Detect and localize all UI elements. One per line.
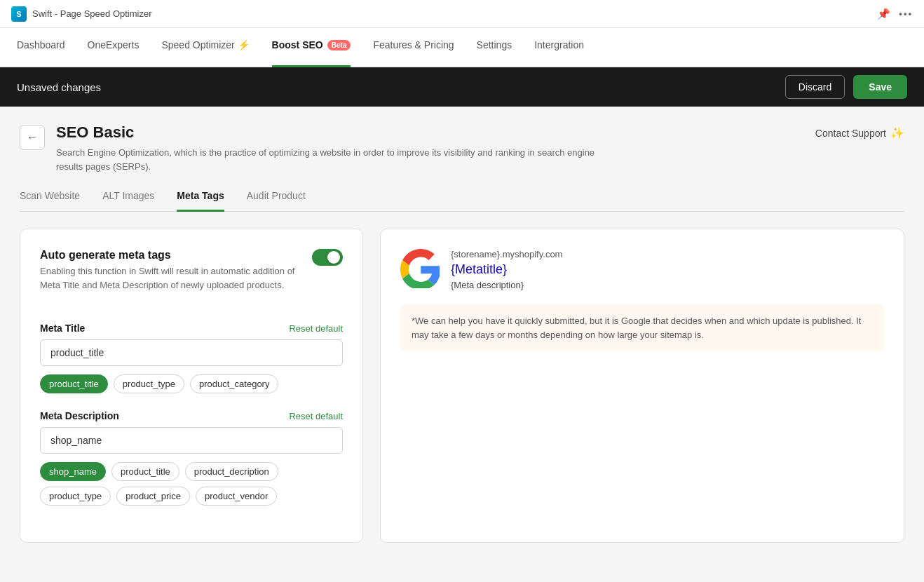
- meta-desc-reset[interactable]: Reset default: [289, 411, 343, 421]
- nav-features-pricing[interactable]: Features & Pricing: [373, 28, 454, 67]
- preview-domain: {storename}.myshopify.com: [451, 249, 562, 259]
- auto-generate-toggle[interactable]: [312, 249, 343, 266]
- sub-tabs: Scan Website ALT Images Meta Tags Audit …: [20, 190, 904, 212]
- tab-meta-tags[interactable]: Meta Tags: [177, 190, 224, 212]
- tag-product-title-1[interactable]: product_title: [40, 374, 108, 393]
- app-title: Swift - Page Speed Optimizer: [32, 8, 152, 19]
- preview-meta-description: {Meta description}: [451, 280, 562, 290]
- page-info: SEO Basic Search Engine Optimization, wh…: [56, 123, 603, 173]
- nav-dashboard[interactable]: Dashboard: [17, 28, 65, 67]
- contact-support-button[interactable]: Contact Support ✨: [815, 126, 904, 140]
- auto-generate-title: Auto generate meta tags: [40, 249, 312, 262]
- meta-title-row: Meta Title Reset default: [40, 323, 343, 334]
- auto-generate-info: Auto generate meta tags Enabling this fu…: [40, 249, 312, 309]
- main-content: ← SEO Basic Search Engine Optimization, …: [0, 107, 924, 560]
- left-panel: Auto generate meta tags Enabling this fu…: [20, 229, 363, 543]
- tag-product-type-1[interactable]: product_type: [114, 374, 184, 393]
- tag-product-vendor[interactable]: product_vendor: [196, 487, 277, 506]
- tag-product-description[interactable]: product_decription: [185, 462, 278, 481]
- meta-title-tags: product_title product_type product_categ…: [40, 374, 343, 393]
- unsaved-bar: Unsaved changes Discard Save: [0, 67, 924, 107]
- meta-title-input[interactable]: [40, 339, 343, 366]
- tag-product-title-2[interactable]: product_title: [111, 462, 179, 481]
- title-bar-left: S Swift - Page Speed Optimizer: [11, 6, 152, 22]
- tag-product-price[interactable]: product_price: [116, 487, 190, 506]
- pin-icon[interactable]: 📌: [877, 8, 890, 20]
- meta-title-label: Meta Title: [40, 323, 85, 334]
- preview-meta-title: {Metatitle}: [451, 262, 562, 277]
- nav-settings[interactable]: Settings: [477, 28, 512, 67]
- meta-desc-row: Meta Description Reset default: [40, 410, 343, 421]
- meta-desc-tags: shop_name product_title product_decripti…: [40, 462, 343, 506]
- tag-shop-name[interactable]: shop_name: [40, 462, 106, 481]
- save-button[interactable]: Save: [853, 75, 907, 99]
- back-button[interactable]: ←: [20, 125, 45, 150]
- tag-product-type-2[interactable]: product_type: [40, 487, 111, 506]
- nav-oneexperts[interactable]: OneExperts: [88, 28, 140, 67]
- main-nav: Dashboard OneExperts Speed Optimizer ⚡ B…: [0, 28, 924, 67]
- notice-box: *We can help you have it quickly submitt…: [400, 304, 884, 351]
- nav-speed-optimizer[interactable]: Speed Optimizer ⚡: [161, 28, 249, 67]
- nav-boost-seo[interactable]: Boost SEO Beta: [272, 28, 351, 67]
- notice-text: *We can help you have it quickly submitt…: [412, 316, 861, 340]
- unsaved-actions: Discard Save: [785, 75, 907, 99]
- tab-audit-product[interactable]: Audit Product: [247, 190, 306, 212]
- title-bar-actions: 📌 •••: [877, 8, 913, 20]
- content-layout: Auto generate meta tags Enabling this fu…: [20, 229, 904, 543]
- meta-desc-label: Meta Description: [40, 410, 119, 421]
- title-bar: S Swift - Page Speed Optimizer 📌 •••: [0, 0, 924, 28]
- google-logo-icon: [400, 249, 440, 288]
- auto-generate-desc: Enabling this function in Swift will res…: [40, 264, 312, 292]
- toggle-row: Auto generate meta tags Enabling this fu…: [40, 249, 343, 309]
- support-icon: ✨: [890, 126, 904, 140]
- page-header: ← SEO Basic Search Engine Optimization, …: [20, 123, 904, 173]
- meta-title-reset[interactable]: Reset default: [289, 323, 343, 334]
- nav-integration[interactable]: Intergration: [534, 28, 584, 67]
- app-icon: S: [11, 6, 27, 22]
- tag-product-category[interactable]: product_category: [190, 374, 278, 393]
- google-preview: {storename}.myshopify.com {Metatitle} {M…: [400, 249, 884, 290]
- tab-alt-images[interactable]: ALT Images: [102, 190, 154, 212]
- more-icon[interactable]: •••: [899, 8, 913, 19]
- back-icon: ←: [27, 131, 38, 144]
- boost-seo-badge: Beta: [327, 40, 351, 50]
- meta-desc-input[interactable]: [40, 427, 343, 454]
- right-panel: {storename}.myshopify.com {Metatitle} {M…: [380, 229, 904, 543]
- google-preview-text: {storename}.myshopify.com {Metatitle} {M…: [451, 249, 562, 290]
- tab-scan-website[interactable]: Scan Website: [20, 190, 80, 212]
- unsaved-label: Unsaved changes: [17, 81, 101, 93]
- page-description: Search Engine Optimization, which is the…: [56, 146, 603, 173]
- page-title: SEO Basic: [56, 123, 603, 142]
- discard-button[interactable]: Discard: [785, 75, 845, 99]
- page-header-left: ← SEO Basic Search Engine Optimization, …: [20, 123, 603, 173]
